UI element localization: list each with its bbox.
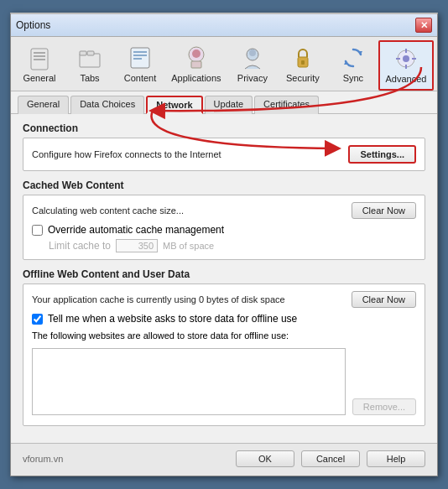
svg-rect-5 — [80, 51, 86, 55]
limit-cache-label: Limit cache to — [49, 240, 111, 252]
help-button[interactable]: Help — [367, 450, 425, 467]
offline-list-area: Remove... — [32, 345, 416, 415]
offline-body: Your application cache is currently usin… — [23, 284, 425, 426]
sync-icon — [340, 44, 367, 71]
window-title: Options — [16, 19, 50, 31]
offline-usage-text: Your application cache is currently usin… — [32, 294, 352, 304]
tab-certificates[interactable]: Certificates — [254, 96, 319, 114]
svg-rect-9 — [133, 55, 147, 56]
svg-rect-1 — [34, 52, 45, 54]
svg-rect-17 — [301, 60, 305, 65]
toolbar-general-label: General — [23, 73, 55, 83]
offline-usage-row: Your application cache is currently usin… — [32, 291, 416, 308]
tell-me-checkbox[interactable] — [32, 314, 43, 325]
cached-web-content-title: Cached Web Content — [23, 179, 425, 191]
svg-rect-8 — [133, 51, 147, 53]
tabs-icon — [76, 44, 103, 71]
limit-unit-label: MB of space — [163, 241, 214, 251]
svg-rect-13 — [191, 61, 201, 68]
security-icon — [289, 44, 316, 71]
remove-button[interactable]: Remove... — [352, 398, 416, 415]
connection-body: Configure how Firefox connects to the In… — [23, 138, 425, 171]
connection-title: Connection — [23, 122, 425, 134]
toolbar: General Tabs — [11, 37, 437, 91]
svg-rect-2 — [34, 55, 45, 57]
toolbar-sync-label: Sync — [343, 73, 363, 83]
applications-icon — [183, 44, 210, 71]
svg-rect-22 — [396, 58, 400, 60]
svg-rect-20 — [405, 49, 407, 53]
toolbar-item-security[interactable]: Security — [278, 40, 328, 91]
toolbar-item-sync[interactable]: Sync — [328, 40, 378, 91]
offline-title: Offline Web Content and User Data — [23, 268, 425, 280]
override-cache-row: Override automatic cache management — [32, 224, 416, 236]
toolbar-item-general[interactable]: General — [14, 40, 65, 91]
tell-me-label: Tell me when a website asks to store dat… — [48, 313, 297, 325]
svg-rect-10 — [133, 58, 142, 60]
svg-rect-21 — [405, 65, 407, 69]
clear-cache-button[interactable]: Clear Now — [352, 202, 416, 219]
cached-web-content-body: Calculating web content cache size... Cl… — [23, 195, 425, 260]
tab-general[interactable]: General — [18, 96, 69, 114]
svg-point-15 — [249, 49, 256, 56]
clear-offline-button[interactable]: Clear Now — [352, 291, 416, 308]
svg-point-19 — [403, 55, 409, 62]
close-button[interactable]: ✕ — [415, 18, 432, 33]
svg-point-12 — [192, 49, 201, 58]
watermark: vforum.vn — [23, 454, 229, 464]
calculating-row: Calculating web content cache size... Cl… — [32, 202, 416, 219]
toolbar-item-applications[interactable]: Applications — [165, 40, 227, 91]
offline-section: Offline Web Content and User Data Your a… — [23, 268, 425, 426]
tab-network[interactable]: Network — [146, 96, 202, 114]
general-icon — [26, 44, 53, 71]
toolbar-advanced-label: Advanced — [385, 74, 426, 84]
toolbar-security-label: Security — [286, 73, 320, 83]
title-bar: Options ✕ — [11, 14, 437, 37]
privacy-icon — [239, 44, 266, 71]
settings-button[interactable]: Settings... — [348, 145, 416, 164]
svg-rect-3 — [34, 59, 45, 60]
toolbar-item-advanced[interactable]: Advanced — [378, 40, 434, 91]
svg-rect-23 — [412, 58, 416, 60]
bottom-bar: vforum.vn OK Cancel Help — [11, 443, 437, 476]
tab-data-choices[interactable]: Data Choices — [70, 96, 144, 114]
offline-buttons: Remove... — [352, 345, 416, 415]
content-icon — [127, 44, 154, 71]
override-cache-checkbox[interactable] — [32, 225, 43, 236]
toolbar-item-content[interactable]: Content — [115, 40, 165, 91]
calculating-text: Calculating web content cache size... — [32, 205, 352, 216]
toolbar-applications-label: Applications — [171, 73, 221, 83]
ok-button[interactable]: OK — [236, 450, 294, 467]
connection-section: Connection Configure how Firefox connect… — [23, 122, 425, 171]
offline-websites-list — [32, 348, 346, 415]
main-content: Connection Configure how Firefox connect… — [11, 114, 437, 443]
override-cache-label: Override automatic cache management — [48, 224, 224, 236]
limit-row: Limit cache to MB of space — [49, 239, 416, 252]
cancel-button[interactable]: Cancel — [301, 450, 360, 467]
tell-me-row: Tell me when a website asks to store dat… — [32, 313, 416, 325]
toolbar-item-privacy[interactable]: Privacy — [227, 40, 278, 91]
toolbar-tabs-label: Tabs — [80, 73, 99, 83]
advanced-icon — [393, 45, 419, 72]
connection-row: Configure how Firefox connects to the In… — [32, 145, 416, 164]
toolbar-item-tabs[interactable]: Tabs — [65, 40, 115, 91]
toolbar-content-label: Content — [124, 73, 157, 83]
toolbar-privacy-label: Privacy — [237, 73, 268, 83]
tab-update[interactable]: Update — [205, 96, 253, 114]
following-row: The following websites are allowed to st… — [32, 330, 416, 341]
tabs-bar: General Data Choices Network Update Cert… — [11, 91, 437, 114]
svg-rect-6 — [87, 51, 94, 55]
connection-description: Configure how Firefox connects to the In… — [32, 149, 348, 159]
following-label: The following websites are allowed to st… — [32, 330, 289, 341]
limit-cache-input — [116, 239, 158, 252]
cached-web-content-section: Cached Web Content Calculating web conte… — [23, 179, 425, 260]
